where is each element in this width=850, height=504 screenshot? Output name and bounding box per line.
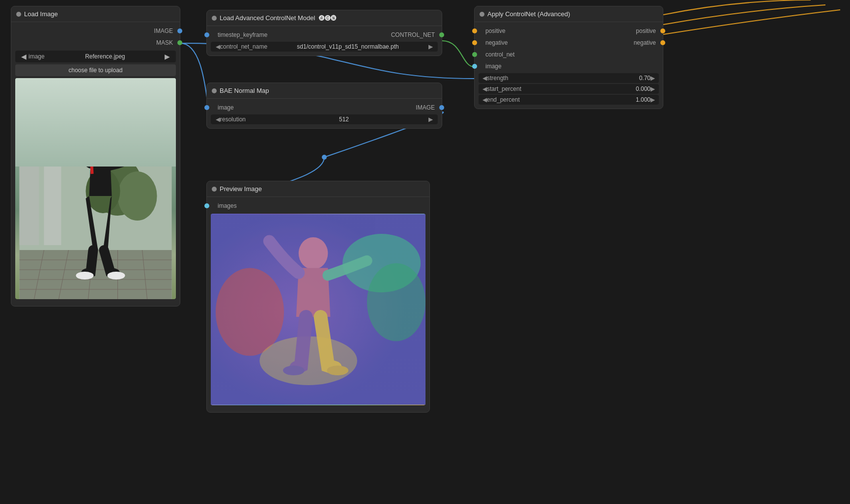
positive-output-label: positive <box>636 28 656 34</box>
resolution-value: 512 <box>259 116 428 123</box>
mask-output-label: MASK <box>156 39 173 46</box>
end-percent-row: ◀ end_percent 1.000 ▶ <box>479 95 659 105</box>
resolution-prev-button[interactable]: ◀ <box>216 116 220 123</box>
node-status-dot <box>212 187 217 192</box>
start-percent-value: 0.000 <box>626 85 651 92</box>
control-net-next-button[interactable]: ▶ <box>428 43 433 50</box>
svg-point-18 <box>92 137 110 157</box>
bae-body: image IMAGE ◀ resolution 512 ▶ <box>207 99 442 128</box>
apply-controlnet-header: Apply ControlNet (Advanced) <box>475 6 663 22</box>
images-port-row: images <box>207 200 429 212</box>
resolution-next-button[interactable]: ▶ <box>428 116 433 123</box>
timestep-label: timestep_keyframe <box>218 31 267 38</box>
control-net-input-label: control_net <box>485 51 514 58</box>
end-next-button[interactable]: ▶ <box>651 96 655 103</box>
apply-controlnet-node: Apply ControlNet (Advanced) positive pos… <box>474 6 663 109</box>
image-preview-area <box>15 78 176 299</box>
image-label: image <box>28 53 45 60</box>
node-title: Load Image <box>24 10 58 18</box>
preview-body: images <box>207 197 429 412</box>
svg-point-21 <box>76 272 94 280</box>
control-net-name-label: control_net_name <box>220 43 267 50</box>
node-body: IMAGE MASK ◀ image Reference.jpeg ▶ choo… <box>11 22 180 306</box>
bae-normal-map-node: BAE Normal Map image IMAGE ◀ resolution … <box>206 83 442 129</box>
control-net-name-row: ◀ control_net_name sd1/control_v11p_sd15… <box>211 42 438 52</box>
image-output-label: IMAGE <box>154 28 173 34</box>
control-net-name-value: sd1/control_v11p_sd15_normalbae.pth <box>267 43 428 50</box>
control-net-input-connector[interactable] <box>472 52 477 57</box>
control-net-output-connector[interactable] <box>439 32 444 37</box>
mask-output-connector[interactable] <box>177 40 182 45</box>
end-percent-label: end_percent <box>487 96 626 103</box>
image-next-button[interactable]: ▶ <box>163 53 172 60</box>
timestep-input-connector[interactable] <box>204 32 209 37</box>
normal-map-visualization <box>211 214 425 405</box>
apply-controlnet-body: positive positive negative negative cont… <box>475 22 663 109</box>
resolution-row: ◀ resolution 512 ▶ <box>211 114 438 124</box>
svg-rect-4 <box>44 98 61 245</box>
load-image-node: Load Image IMAGE MASK ◀ image Reference.… <box>11 6 180 307</box>
image-filename: Reference.jpeg <box>48 53 163 60</box>
bae-image-port-row: image IMAGE <box>207 102 442 113</box>
strength-label: strength <box>487 75 626 82</box>
images-input-label: images <box>218 202 237 209</box>
bae-image-output-connector[interactable] <box>439 105 444 110</box>
node-header: Load Image <box>11 6 180 22</box>
positive-input-label: positive <box>485 28 506 34</box>
bae-image-input-connector[interactable] <box>204 105 209 110</box>
mask-output-port-row: MASK <box>11 37 180 49</box>
image-input-connector[interactable] <box>472 64 477 69</box>
image-input-row: image <box>475 60 663 72</box>
node-status-dot <box>212 16 217 21</box>
normal-map-svg <box>211 214 425 405</box>
positive-input-connector[interactable] <box>472 28 477 33</box>
image-output-port-row: IMAGE <box>11 25 180 37</box>
svg-rect-32 <box>211 214 425 404</box>
upload-button[interactable]: choose file to upload <box>15 64 176 76</box>
start-percent-row: ◀ start_percent 0.000 ▶ <box>479 84 659 94</box>
positive-port-row: positive positive <box>475 25 663 37</box>
positive-output-connector[interactable] <box>660 28 665 33</box>
preview-title: Preview Image <box>220 185 262 193</box>
control-net-prev-button[interactable]: ◀ <box>216 43 220 50</box>
control-net-input-row: control_net <box>475 49 663 60</box>
images-input-connector[interactable] <box>204 203 209 208</box>
normal-map-preview-area <box>211 214 425 405</box>
negative-output-connector[interactable] <box>660 40 665 45</box>
bae-image-input-label: image <box>218 104 234 111</box>
control-net-output-label: CONTROL_NET <box>391 31 435 38</box>
svg-point-22 <box>108 272 125 280</box>
image-output-connector[interactable] <box>177 28 182 33</box>
person-svg <box>15 78 176 299</box>
resolution-label: resolution <box>220 116 259 123</box>
strength-row: ◀ strength 0.70 ▶ <box>479 73 659 83</box>
svg-point-16 <box>118 171 157 221</box>
negative-output-label: negative <box>634 39 656 46</box>
svg-rect-20 <box>98 155 104 162</box>
strength-next-button[interactable]: ▶ <box>651 75 655 82</box>
preview-header: Preview Image <box>207 181 429 197</box>
timestep-control-port-row: timestep_keyframe CONTROL_NET <box>207 29 442 41</box>
image-input-label: image <box>485 63 502 70</box>
controlnet-model-header: Load Advanced ControlNet Model 🅐🅒🅝 <box>207 10 442 26</box>
image-selector: ◀ image Reference.jpeg ▶ <box>15 51 176 62</box>
negative-input-label: negative <box>485 39 508 46</box>
node-status-dot <box>212 88 217 93</box>
bae-title: BAE Normal Map <box>220 87 269 94</box>
photo-simulation <box>15 78 176 299</box>
apply-controlnet-title: Apply ControlNet (Advanced) <box>487 10 570 18</box>
start-percent-label: start_percent <box>487 85 626 92</box>
svg-rect-2 <box>20 78 172 137</box>
end-prev-button[interactable]: ◀ <box>482 96 487 103</box>
controlnet-model-title: Load Advanced ControlNet Model 🅐🅒🅝 <box>220 14 337 22</box>
image-prev-button[interactable]: ◀ <box>19 53 28 60</box>
start-prev-button[interactable]: ◀ <box>482 85 487 92</box>
node-canvas: Load Image IMAGE MASK ◀ image Reference.… <box>0 0 850 504</box>
start-next-button[interactable]: ▶ <box>651 85 655 92</box>
bae-header: BAE Normal Map <box>207 83 442 99</box>
negative-input-connector[interactable] <box>472 40 477 45</box>
svg-point-19 <box>91 134 110 148</box>
svg-rect-3 <box>20 98 39 245</box>
strength-value: 0.70 <box>626 75 651 82</box>
strength-prev-button[interactable]: ◀ <box>482 75 487 82</box>
